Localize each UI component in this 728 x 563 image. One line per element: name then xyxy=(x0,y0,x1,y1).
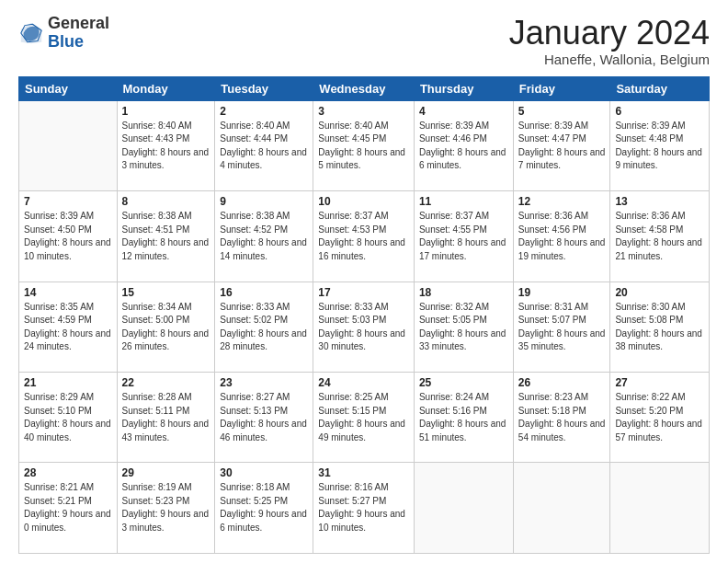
day-number: 13 xyxy=(615,195,704,208)
day-info: Sunrise: 8:36 AM Sunset: 4:56 PM Dayligh… xyxy=(518,210,606,263)
day-number: 29 xyxy=(122,466,210,479)
calendar-cell: 23Sunrise: 8:27 AM Sunset: 5:13 PM Dayli… xyxy=(215,373,313,463)
day-number: 16 xyxy=(220,286,308,299)
day-number: 23 xyxy=(220,376,308,389)
day-number: 31 xyxy=(318,466,409,479)
calendar-cell: 30Sunrise: 8:18 AM Sunset: 5:25 PM Dayli… xyxy=(215,463,313,554)
day-number: 4 xyxy=(419,105,508,118)
weekday-header-friday: Friday xyxy=(513,76,610,100)
weekday-header-wednesday: Wednesday xyxy=(313,76,415,100)
day-number: 24 xyxy=(318,376,409,389)
day-number: 3 xyxy=(318,105,409,118)
calendar-cell: 7Sunrise: 8:39 AM Sunset: 4:50 PM Daylig… xyxy=(19,191,118,282)
day-number: 12 xyxy=(518,195,606,208)
location: Haneffe, Wallonia, Belgium xyxy=(509,52,710,67)
day-info: Sunrise: 8:39 AM Sunset: 4:48 PM Dayligh… xyxy=(615,120,704,173)
calendar-cell xyxy=(19,100,118,190)
day-number: 30 xyxy=(220,466,308,479)
day-info: Sunrise: 8:23 AM Sunset: 5:18 PM Dayligh… xyxy=(518,391,606,444)
day-info: Sunrise: 8:16 AM Sunset: 5:27 PM Dayligh… xyxy=(318,481,409,534)
day-number: 17 xyxy=(318,286,409,299)
calendar-cell: 24Sunrise: 8:25 AM Sunset: 5:15 PM Dayli… xyxy=(313,373,415,463)
day-info: Sunrise: 8:37 AM Sunset: 4:53 PM Dayligh… xyxy=(318,210,409,263)
logo: General Blue xyxy=(18,15,109,52)
day-info: Sunrise: 8:39 AM Sunset: 4:50 PM Dayligh… xyxy=(24,210,112,263)
calendar-cell: 5Sunrise: 8:39 AM Sunset: 4:47 PM Daylig… xyxy=(513,100,610,190)
calendar-cell: 13Sunrise: 8:36 AM Sunset: 4:58 PM Dayli… xyxy=(610,191,710,282)
day-number: 25 xyxy=(419,376,508,389)
day-number: 1 xyxy=(122,105,210,118)
day-info: Sunrise: 8:40 AM Sunset: 4:43 PM Dayligh… xyxy=(122,120,210,173)
day-info: Sunrise: 8:35 AM Sunset: 4:59 PM Dayligh… xyxy=(24,301,112,354)
calendar-cell: 29Sunrise: 8:19 AM Sunset: 5:23 PM Dayli… xyxy=(117,463,215,554)
day-number: 27 xyxy=(615,376,704,389)
calendar-cell xyxy=(610,463,710,554)
day-number: 8 xyxy=(122,195,210,208)
calendar-cell: 20Sunrise: 8:30 AM Sunset: 5:08 PM Dayli… xyxy=(610,282,710,372)
day-info: Sunrise: 8:39 AM Sunset: 4:46 PM Dayligh… xyxy=(419,120,508,173)
day-info: Sunrise: 8:21 AM Sunset: 5:21 PM Dayligh… xyxy=(24,481,112,534)
day-number: 14 xyxy=(24,286,112,299)
calendar-cell: 4Sunrise: 8:39 AM Sunset: 4:46 PM Daylig… xyxy=(414,100,513,190)
day-info: Sunrise: 8:29 AM Sunset: 5:10 PM Dayligh… xyxy=(24,391,112,444)
day-info: Sunrise: 8:28 AM Sunset: 5:11 PM Dayligh… xyxy=(122,391,210,444)
calendar-cell: 10Sunrise: 8:37 AM Sunset: 4:53 PM Dayli… xyxy=(313,191,415,282)
calendar-cell: 18Sunrise: 8:32 AM Sunset: 5:05 PM Dayli… xyxy=(414,282,513,372)
day-info: Sunrise: 8:37 AM Sunset: 4:55 PM Dayligh… xyxy=(419,210,508,263)
week-row-0: 1Sunrise: 8:40 AM Sunset: 4:43 PM Daylig… xyxy=(19,100,710,190)
calendar-cell: 21Sunrise: 8:29 AM Sunset: 5:10 PM Dayli… xyxy=(19,373,118,463)
week-row-1: 7Sunrise: 8:39 AM Sunset: 4:50 PM Daylig… xyxy=(19,191,710,282)
calendar-cell: 14Sunrise: 8:35 AM Sunset: 4:59 PM Dayli… xyxy=(19,282,118,372)
day-number: 26 xyxy=(518,376,606,389)
weekday-header-monday: Monday xyxy=(117,76,215,100)
week-row-4: 28Sunrise: 8:21 AM Sunset: 5:21 PM Dayli… xyxy=(19,463,710,554)
logo-text: General Blue xyxy=(48,15,109,52)
day-number: 19 xyxy=(518,286,606,299)
logo-icon xyxy=(18,20,44,46)
day-number: 20 xyxy=(615,286,704,299)
day-info: Sunrise: 8:22 AM Sunset: 5:20 PM Dayligh… xyxy=(615,391,704,444)
day-number: 21 xyxy=(24,376,112,389)
day-number: 22 xyxy=(122,376,210,389)
calendar-cell: 11Sunrise: 8:37 AM Sunset: 4:55 PM Dayli… xyxy=(414,191,513,282)
calendar-cell: 22Sunrise: 8:28 AM Sunset: 5:11 PM Dayli… xyxy=(117,373,215,463)
day-info: Sunrise: 8:33 AM Sunset: 5:03 PM Dayligh… xyxy=(318,301,409,354)
page: General Blue January 2024 Haneffe, Wallo… xyxy=(0,0,728,563)
day-info: Sunrise: 8:33 AM Sunset: 5:02 PM Dayligh… xyxy=(220,301,308,354)
day-number: 28 xyxy=(24,466,112,479)
weekday-header-saturday: Saturday xyxy=(610,76,710,100)
day-info: Sunrise: 8:40 AM Sunset: 4:45 PM Dayligh… xyxy=(318,120,409,173)
calendar-cell xyxy=(513,463,610,554)
day-number: 7 xyxy=(24,195,112,208)
day-info: Sunrise: 8:19 AM Sunset: 5:23 PM Dayligh… xyxy=(122,481,210,534)
day-number: 15 xyxy=(122,286,210,299)
title-block: January 2024 Haneffe, Wallonia, Belgium xyxy=(509,15,710,67)
day-info: Sunrise: 8:24 AM Sunset: 5:16 PM Dayligh… xyxy=(419,391,508,444)
day-number: 2 xyxy=(220,105,308,118)
calendar-cell: 8Sunrise: 8:38 AM Sunset: 4:51 PM Daylig… xyxy=(117,191,215,282)
calendar-cell: 17Sunrise: 8:33 AM Sunset: 5:03 PM Dayli… xyxy=(313,282,415,372)
day-info: Sunrise: 8:25 AM Sunset: 5:15 PM Dayligh… xyxy=(318,391,409,444)
day-info: Sunrise: 8:27 AM Sunset: 5:13 PM Dayligh… xyxy=(220,391,308,444)
day-info: Sunrise: 8:36 AM Sunset: 4:58 PM Dayligh… xyxy=(615,210,704,263)
day-info: Sunrise: 8:39 AM Sunset: 4:47 PM Dayligh… xyxy=(518,120,606,173)
calendar-cell: 26Sunrise: 8:23 AM Sunset: 5:18 PM Dayli… xyxy=(513,373,610,463)
week-row-3: 21Sunrise: 8:29 AM Sunset: 5:10 PM Dayli… xyxy=(19,373,710,463)
calendar-table: SundayMondayTuesdayWednesdayThursdayFrid… xyxy=(18,76,710,554)
calendar-cell: 31Sunrise: 8:16 AM Sunset: 5:27 PM Dayli… xyxy=(313,463,415,554)
calendar-cell: 9Sunrise: 8:38 AM Sunset: 4:52 PM Daylig… xyxy=(215,191,313,282)
day-info: Sunrise: 8:38 AM Sunset: 4:51 PM Dayligh… xyxy=(122,210,210,263)
day-info: Sunrise: 8:40 AM Sunset: 4:44 PM Dayligh… xyxy=(220,120,308,173)
day-info: Sunrise: 8:32 AM Sunset: 5:05 PM Dayligh… xyxy=(419,301,508,354)
calendar-cell: 19Sunrise: 8:31 AM Sunset: 5:07 PM Dayli… xyxy=(513,282,610,372)
calendar-cell: 15Sunrise: 8:34 AM Sunset: 5:00 PM Dayli… xyxy=(117,282,215,372)
day-number: 5 xyxy=(518,105,606,118)
calendar-cell: 27Sunrise: 8:22 AM Sunset: 5:20 PM Dayli… xyxy=(610,373,710,463)
day-info: Sunrise: 8:18 AM Sunset: 5:25 PM Dayligh… xyxy=(220,481,308,534)
day-number: 10 xyxy=(318,195,409,208)
month-title: January 2024 xyxy=(509,15,710,52)
calendar-cell: 6Sunrise: 8:39 AM Sunset: 4:48 PM Daylig… xyxy=(610,100,710,190)
header: General Blue January 2024 Haneffe, Wallo… xyxy=(18,15,710,67)
calendar-cell: 25Sunrise: 8:24 AM Sunset: 5:16 PM Dayli… xyxy=(414,373,513,463)
day-info: Sunrise: 8:34 AM Sunset: 5:00 PM Dayligh… xyxy=(122,301,210,354)
